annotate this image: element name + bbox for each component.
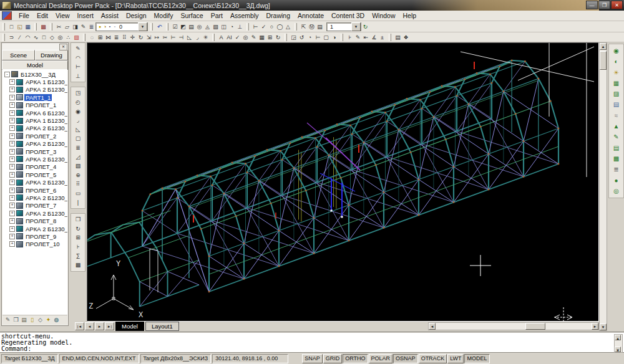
scale-icon[interactable]: ⇲: [145, 33, 153, 42]
expand-icon[interactable]: +: [9, 218, 15, 224]
status-toggle[interactable]: SNAP: [302, 354, 323, 363]
3d-orbit-icon[interactable]: ↺: [298, 33, 306, 42]
power-dimension-icon[interactable]: ⊦: [346, 33, 354, 42]
move-icon[interactable]: ✛: [129, 33, 137, 42]
trim-icon[interactable]: ✂: [161, 33, 169, 42]
filter-icon[interactable]: ◇: [36, 316, 44, 324]
explode-icon[interactable]: ✳: [202, 33, 210, 42]
clipboard-icon[interactable]: ▤: [20, 316, 28, 324]
landscape-library-icon[interactable]: ▤: [611, 143, 622, 153]
expand-icon[interactable]: +: [9, 156, 15, 162]
surface-cut-icon[interactable]: ▧: [72, 161, 84, 171]
feature-control-icon[interactable]: ○: [268, 22, 276, 31]
layer-manager-icon[interactable]: ≣: [87, 22, 95, 31]
minimize-button[interactable]: —: [586, 1, 598, 9]
copy-object-icon[interactable]: ⊞: [96, 33, 104, 42]
expand-icon[interactable]: +: [9, 133, 15, 139]
tree-item[interactable]: + ПРОЛЕТ_9: [2, 232, 67, 240]
fillet-icon[interactable]: ◞: [193, 33, 202, 42]
region-icon[interactable]: ▢: [322, 33, 330, 42]
chevron-down-icon[interactable]: ▼: [351, 22, 361, 31]
toolbar-grip[interactable]: [2, 34, 5, 41]
pattern-icon[interactable]: ⠿: [72, 180, 84, 189]
spline-icon[interactable]: ∿: [32, 33, 40, 42]
tree-item[interactable]: + АРКА 2 Б1230_3: [2, 140, 67, 148]
expand-icon[interactable]: +: [9, 241, 15, 247]
expand-icon[interactable]: +: [9, 118, 15, 123]
menu-item[interactable]: Insert: [74, 11, 97, 20]
menu-item[interactable]: Design: [122, 11, 150, 20]
combine-icon[interactable]: ⊕: [72, 171, 84, 180]
mapping-icon[interactable]: ▨: [611, 89, 622, 99]
aerial-view-icon[interactable]: ◔: [228, 22, 236, 31]
tab-drawing[interactable]: Drawing: [35, 50, 68, 60]
tree-item[interactable]: + АРКА 2 Б1230_4: [2, 155, 67, 163]
menu-item[interactable]: Edit: [33, 11, 52, 20]
zoom-realtime-icon[interactable]: ◎: [195, 22, 203, 31]
drawing-update-icon[interactable]: ❖: [402, 33, 410, 42]
layers-icon[interactable]: ◩: [179, 22, 187, 31]
statistics-icon[interactable]: ≣: [611, 164, 622, 175]
toolbar-grip[interactable]: [295, 23, 297, 31]
profile-icon[interactable]: ⊃: [7, 33, 16, 42]
toolbar-grip[interactable]: [2, 23, 5, 31]
menu-item[interactable]: Annotate: [294, 11, 328, 20]
tree-item[interactable]: + АРКА 1 Б1230_1: [2, 78, 67, 85]
regen-icon[interactable]: ↻: [274, 33, 282, 42]
expand-icon[interactable]: +: [9, 102, 15, 108]
toolbar-grip[interactable]: [83, 34, 85, 41]
menu-item[interactable]: View: [52, 11, 74, 20]
render-preferences-icon[interactable]: ▩: [611, 153, 622, 164]
chamfer-icon[interactable]: ◺: [185, 33, 193, 42]
update-view-icon[interactable]: ↻: [361, 22, 369, 31]
mtext-icon[interactable]: A: [217, 33, 225, 42]
status-toggle[interactable]: OSNAP: [393, 354, 418, 363]
pencil-icon[interactable]: ✎: [4, 316, 12, 324]
datum-id-icon[interactable]: ✓: [260, 22, 268, 31]
menu-item[interactable]: Assist: [97, 11, 122, 20]
constraint-icon[interactable]: ⊥: [72, 72, 84, 81]
scroll-down-icon[interactable]: ▼: [600, 323, 607, 330]
materials-icon[interactable]: ▦: [611, 78, 622, 89]
tree-item[interactable]: + АРКА 6 Б1230_1: [2, 109, 67, 117]
status-toggle[interactable]: GRID: [323, 354, 343, 363]
sketch-dim-icon[interactable]: ⊢: [72, 62, 84, 72]
dim-angular-icon[interactable]: ∡: [370, 33, 378, 42]
status-toggle[interactable]: POLAR: [369, 354, 393, 363]
properties-icon[interactable]: ☑: [171, 22, 179, 31]
render-icon[interactable]: ◉: [611, 46, 622, 56]
tab-model-space[interactable]: Model: [115, 322, 144, 331]
zoom-window-icon[interactable]: ◬: [203, 22, 212, 31]
face-draft-icon[interactable]: ◿: [72, 153, 84, 162]
tab-model[interactable]: Model: [2, 60, 68, 70]
dim-tolerance-icon[interactable]: ±: [378, 33, 386, 42]
tree-item[interactable]: + ПРОЛЕТ_10: [2, 241, 67, 248]
status-toggle[interactable]: OTRACK: [419, 354, 447, 363]
work-plane-icon[interactable]: ▭: [72, 189, 84, 198]
dim-linear-icon[interactable]: ⇤: [362, 33, 370, 42]
fillet-feature-icon[interactable]: ◞: [72, 116, 84, 125]
expand-icon[interactable]: +: [9, 79, 15, 85]
bom-icon[interactable]: ▤: [394, 33, 402, 42]
status-toggle[interactable]: MODEL: [464, 354, 489, 363]
close-button[interactable]: ✕: [611, 1, 623, 9]
command-scrollbar[interactable]: ▲ ▼: [614, 334, 623, 353]
taper-symbol-icon[interactable]: △: [284, 22, 292, 31]
menu-item[interactable]: Drawing: [262, 11, 294, 20]
new-file-icon[interactable]: □: [7, 22, 16, 31]
toolbar-grip[interactable]: [389, 34, 391, 41]
menu-item[interactable]: Help: [399, 11, 421, 20]
expand-icon[interactable]: +: [9, 164, 15, 170]
scroll-right-icon[interactable]: ►: [592, 323, 598, 330]
spell-icon[interactable]: ✓: [233, 33, 241, 42]
match-properties-icon[interactable]: ✎: [79, 22, 87, 31]
toolbar-grip[interactable]: [50, 23, 52, 31]
rectangle-icon[interactable]: □: [40, 33, 48, 42]
layer-previous-icon[interactable]: ▤: [187, 22, 195, 31]
menu-item[interactable]: Assembly: [227, 11, 263, 20]
table-icon[interactable]: ▦: [258, 33, 266, 42]
landscape-new-icon[interactable]: ▲: [611, 121, 622, 132]
expand-icon[interactable]: +: [9, 234, 15, 239]
toolbar-grip[interactable]: [246, 23, 249, 31]
tree-item[interactable]: + ПРОЛЕТ_8: [2, 217, 67, 224]
